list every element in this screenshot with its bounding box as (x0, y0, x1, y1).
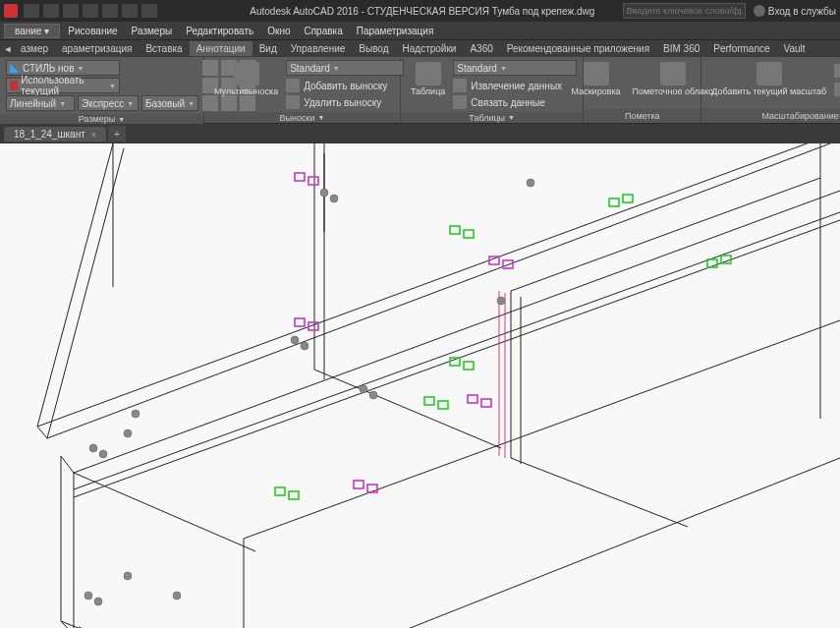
leader-style-label: Standard (290, 63, 330, 74)
ribbon-tab-annotations[interactable]: Аннотации (190, 41, 252, 56)
svg-point-9 (330, 195, 338, 202)
app-title: Autodesk AutoCAD 2016 - СТУДЕНЧЕСКАЯ ВЕР… (250, 6, 594, 17)
svg-rect-28 (450, 226, 460, 234)
extract-data-button[interactable]: Извлечение данных (453, 79, 577, 92)
svg-rect-21 (308, 177, 318, 185)
menu-item[interactable]: Рисование (62, 24, 123, 38)
panel-title-leaders[interactable]: Выноски▼ (204, 112, 400, 123)
qat-button[interactable] (43, 4, 59, 18)
file-tabs: 18_1_24_шкант× + (0, 124, 840, 143)
svg-point-6 (291, 336, 299, 344)
new-tab-button[interactable]: + (108, 126, 126, 142)
ribbon-tab[interactable]: Рекомендованные приложения (500, 41, 656, 56)
scale-list-icon (834, 64, 840, 78)
panel-title-mark: Пометка (584, 109, 700, 123)
layer-color-icon (10, 81, 18, 90)
svg-rect-33 (289, 491, 299, 499)
svg-point-3 (94, 598, 102, 605)
svg-point-12 (124, 429, 132, 437)
add-scale-button[interactable]: Добавить текущий масштаб (707, 60, 830, 99)
ribbon-panel-sizes: СТИЛЬ нов ▼ Использовать текущий ▼ Линей… (0, 57, 204, 123)
ribbon-panel-scale: Добавить текущий масштаб Список масштабо… (701, 57, 840, 123)
svg-point-2 (84, 592, 92, 599)
app-icon[interactable] (4, 4, 18, 18)
qat-button[interactable] (24, 4, 39, 18)
table-style-combo[interactable]: Standard▼ (453, 60, 577, 76)
file-tab-label: 18_1_24_шкант (14, 129, 85, 140)
login-button[interactable]: Вход в службы (754, 5, 836, 17)
multileader-button[interactable]: Мультивыноска (210, 60, 282, 99)
search-input[interactable] (623, 3, 746, 19)
panel-title-scale: Масштабирование аннотаций (701, 109, 840, 123)
remove-leader-icon (286, 95, 300, 109)
svg-rect-35 (424, 397, 434, 405)
svg-point-15 (527, 179, 534, 187)
wipeout-label: Маскировка (572, 87, 621, 97)
linear-combo[interactable]: Линейный▼ (6, 95, 75, 111)
svg-point-13 (132, 410, 140, 418)
leader-style-combo[interactable]: Standard▼ (286, 60, 404, 76)
add-scale-icon (756, 62, 782, 86)
ribbon-tab[interactable]: Управление (284, 41, 353, 56)
svg-rect-37 (623, 195, 633, 202)
ribbon-tab[interactable]: Вид (252, 41, 284, 56)
extract-data-icon (453, 79, 467, 92)
dim-style-label: СТИЛЬ нов (23, 63, 75, 74)
file-tab[interactable]: 18_1_24_шкант× (4, 127, 106, 142)
ribbon-tab[interactable]: Вставка (139, 41, 189, 56)
add-leader-icon (286, 79, 300, 92)
qat-button[interactable] (102, 4, 118, 18)
svg-point-17 (173, 592, 181, 599)
login-label: Вход в службы (768, 6, 836, 17)
use-current-combo[interactable]: Использовать текущий ▼ (6, 78, 120, 93)
panel-title-sizes[interactable]: Размеры▼ (0, 114, 203, 124)
svg-rect-18 (295, 318, 305, 326)
dim-style-combo[interactable]: СТИЛЬ нов ▼ (6, 60, 120, 76)
close-icon[interactable]: × (91, 130, 96, 140)
ribbon-panel-tables: Таблица Standard▼ Извлечение данных Связ… (401, 57, 584, 123)
ribbon-tab[interactable]: азмер (14, 41, 55, 56)
menu-item[interactable]: Редактировать (180, 24, 259, 38)
remove-leader-button[interactable]: Удалить выноску (286, 95, 404, 109)
wipeout-button[interactable]: Маскировка (568, 60, 625, 99)
use-current-label: Использовать текущий (21, 75, 106, 96)
ribbon-tab[interactable]: Надстройки (396, 41, 464, 56)
svg-rect-34 (438, 401, 448, 409)
svg-point-16 (124, 572, 132, 580)
add-leader-button[interactable]: Добавить выноску (286, 79, 404, 92)
ribbon-tab[interactable]: Vault (777, 41, 812, 56)
scale-list-button[interactable]: Список масштабов (834, 64, 840, 78)
base-combo[interactable]: Базовый▼ (141, 95, 198, 111)
tabs-scroll-left-icon[interactable]: ◄ (2, 44, 14, 54)
menu-item[interactable]: Размеры (126, 24, 179, 38)
ribbon-tab[interactable]: араметризация (55, 41, 139, 56)
qat-button[interactable] (63, 4, 79, 18)
menu-item[interactable]: Параметризация (351, 24, 440, 38)
express-combo[interactable]: Экспресс▼ (78, 95, 139, 111)
ribbon-tab[interactable]: Вывод (352, 41, 395, 56)
svg-rect-24 (354, 481, 364, 488)
ribbon-tab[interactable]: Performance (706, 41, 776, 56)
drawing-canvas[interactable] (0, 143, 840, 628)
qat-button[interactable] (122, 4, 138, 18)
panel-title-tables[interactable]: Таблицы▼ (401, 112, 583, 123)
svg-point-14 (497, 297, 505, 305)
menu-item[interactable]: Справка (298, 24, 348, 38)
svg-rect-36 (609, 199, 619, 206)
revcloud-icon (660, 62, 686, 86)
link-data-button[interactable]: Связать данные (453, 95, 577, 109)
sync-positions-button[interactable]: Синх. положения (834, 83, 840, 96)
link-data-icon (453, 95, 467, 109)
table-style-label: Standard (457, 63, 497, 74)
qat-button[interactable] (141, 4, 157, 18)
svg-point-0 (89, 444, 97, 452)
ribbon-tab[interactable]: BIM 360 (656, 41, 706, 56)
linear-label: Линейный (10, 98, 56, 109)
svg-rect-31 (464, 362, 474, 370)
table-button[interactable]: Таблица (407, 60, 449, 99)
menu-item[interactable]: вание ▾ (4, 24, 60, 38)
ribbon-tab[interactable]: A360 (463, 41, 499, 56)
svg-rect-32 (275, 487, 285, 495)
menu-item[interactable]: Окно (261, 24, 296, 38)
qat-button[interactable] (83, 4, 98, 18)
